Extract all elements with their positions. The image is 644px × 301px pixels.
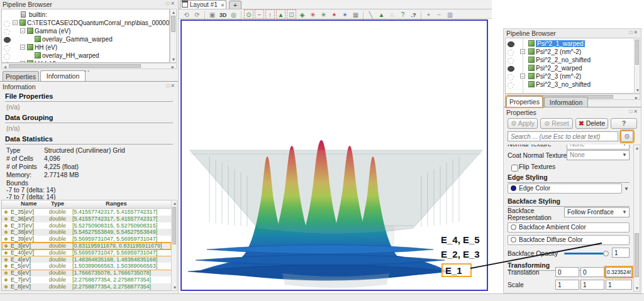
show-center-axes-icon[interactable]: ⊙ bbox=[244, 9, 253, 19]
tab-properties-right-highlighted[interactable]: Properties bbox=[506, 96, 543, 107]
scale-z-field[interactable] bbox=[606, 280, 632, 290]
visibility-eye-off-icon[interactable] bbox=[508, 58, 514, 64]
apply-button[interactable]: ⚙ Apply bbox=[508, 118, 538, 129]
close-dock-icon[interactable]: ✕ bbox=[633, 30, 639, 35]
tab-properties-left[interactable]: Properties bbox=[3, 71, 39, 82]
visibility-eye-on-icon[interactable] bbox=[4, 37, 11, 43]
backface-ambient-color-button[interactable]: Backface Ambient Color bbox=[508, 222, 630, 233]
select-points-query-icon[interactable]: .? bbox=[409, 11, 418, 20]
camera-redo-icon[interactable]: ⟳ bbox=[192, 10, 202, 19]
scroll-up-icon[interactable]: ▲ bbox=[172, 200, 178, 206]
reset-camera-icon[interactable]: ◈ bbox=[297, 10, 307, 19]
select-points-on-surface-icon[interactable]: ∴ bbox=[387, 10, 397, 19]
shrink-selection-icon[interactable]: − bbox=[435, 10, 444, 19]
visibility-eye-off-icon[interactable] bbox=[4, 21, 10, 27]
table-row[interactable]: E_9[eV]double[2.82770080152, 2.827700801… bbox=[2, 290, 171, 291]
flip-textures-checkbox[interactable] bbox=[511, 165, 518, 172]
visibility-eye-off-icon[interactable] bbox=[4, 29, 10, 35]
close-dock-icon[interactable]: ✕ bbox=[633, 109, 639, 114]
properties-vertical-scrollbar[interactable]: ▲ ▼ bbox=[633, 145, 640, 292]
scroll-right-icon[interactable]: ► bbox=[633, 95, 640, 101]
scrollbar-thumb[interactable] bbox=[635, 40, 639, 65]
slider-knob[interactable] bbox=[603, 251, 609, 256]
tree-vertical-scrollbar-right[interactable]: ▼ bbox=[634, 38, 640, 94]
table-vertical-scrollbar[interactable]: ▲ ▼ bbox=[171, 200, 177, 291]
table-row[interactable]: E_38[eV]double[5.54527553849, 5.54527553… bbox=[2, 229, 171, 236]
select-cells-query-icon[interactable]: ? bbox=[398, 10, 408, 19]
pipeline-item-psi22[interactable]: − Psi^2_2 (nm^-2) bbox=[506, 48, 635, 56]
search-options-gear-button-highlighted[interactable]: ⚙ bbox=[621, 131, 633, 142]
pipeline-item-gamma[interactable]: − Gamma (eV) bbox=[2, 27, 169, 35]
scroll-up-icon[interactable]: ▲ bbox=[170, 9, 177, 15]
tree-vertical-scrollbar[interactable]: ▲ ▼ bbox=[170, 9, 177, 63]
capture-screenshot-icon[interactable]: ▣ bbox=[208, 10, 217, 19]
pipeline-tree-right[interactable]: Psi^2_1_warped − Psi^2_2 (nm^-2) Psi^2_2… bbox=[505, 38, 635, 94]
new-layout-tab-button[interactable]: + bbox=[229, 1, 242, 9]
table-header[interactable]: Name Type Ranges bbox=[2, 200, 171, 209]
visibility-eye-off-icon[interactable] bbox=[508, 74, 514, 80]
pipeline-tree[interactable]: builtin: − C:\TESTCASE\2DQuantumCorral_n… bbox=[1, 9, 170, 63]
clear-selection-icon[interactable]: ▥ bbox=[445, 10, 455, 19]
pipeline-item-hh[interactable]: − HH (eV) bbox=[2, 43, 169, 52]
pipeline-item-psi23-no-shifted[interactable]: Psi^2_3_no_shifted bbox=[506, 80, 635, 89]
tab-information-right[interactable]: Information bbox=[544, 97, 588, 107]
scroll-down-icon[interactable]: ▼ bbox=[172, 285, 178, 290]
pipeline-item-builtin[interactable]: builtin: bbox=[2, 11, 169, 19]
pipeline-item-overlay-hh[interactable]: overlay_HH_warped bbox=[2, 52, 169, 60]
backface-opacity-field[interactable] bbox=[612, 248, 630, 258]
pipeline-item-overlay-gamma[interactable]: overlay_Gamma_warped bbox=[2, 35, 169, 43]
scale-y-field[interactable] bbox=[580, 280, 604, 290]
table-row[interactable]: E_35[eV]double[5.41557742317, 5.41557742… bbox=[2, 209, 171, 216]
scrollbar-thumb[interactable] bbox=[172, 207, 176, 244]
scroll-down-icon[interactable]: ▼ bbox=[170, 57, 177, 62]
visibility-eye-on-icon[interactable] bbox=[508, 41, 514, 47]
help-button[interactable]: ? bbox=[611, 118, 637, 129]
camera-undo-icon[interactable]: ⟲ bbox=[182, 10, 191, 19]
table-row[interactable]: E_8[eV]double[2.2758877354, 2.2758877354… bbox=[2, 283, 171, 290]
backface-representation-combo[interactable]: Follow Frontface▼ bbox=[564, 207, 630, 217]
scroll-right-icon[interactable]: ► bbox=[170, 64, 176, 70]
hide-center-axes-icon[interactable]: − bbox=[255, 9, 264, 19]
visibility-eye-off-icon[interactable] bbox=[508, 50, 514, 56]
tab-layout1[interactable]: Layout #1 ✕ bbox=[180, 0, 226, 9]
pipeline-item-psi22-no-shifted[interactable]: Psi^2_2_no_shifted bbox=[506, 56, 635, 64]
adjust-camera-icon[interactable]: ✶ bbox=[340, 10, 350, 19]
tab-information-left[interactable]: Information bbox=[40, 70, 86, 81]
render-viewport[interactable]: E_4, E_5 E_2, E_3 E_1 bbox=[180, 19, 488, 291]
backface-opacity-slider[interactable] bbox=[564, 253, 607, 254]
table-row[interactable]: E_4[eV]double[1.48384835168, 1.483848351… bbox=[2, 256, 171, 263]
table-row[interactable]: E_36[eV]double[5.41557742317, 5.41557742… bbox=[2, 216, 171, 222]
select-cells-on-surface-icon[interactable]: ▲ bbox=[377, 10, 386, 19]
expander-icon[interactable]: − bbox=[13, 20, 18, 25]
table-row[interactable]: E_5[eV]double[1.50389066563, 1.503890665… bbox=[2, 263, 171, 270]
close-dock-icon[interactable]: ✕ bbox=[170, 83, 176, 89]
coat-normal-texture-combo[interactable]: None▼ bbox=[567, 150, 630, 160]
scale-x-field[interactable] bbox=[555, 280, 579, 290]
translation-y-field[interactable] bbox=[580, 267, 604, 277]
pipeline-item-psi22-warped[interactable]: Psi^2_2_warped bbox=[506, 64, 635, 72]
pipeline-item-bandedges[interactable]: − C:\TESTCASE\2DQuantumCorral_nnp\bias_0… bbox=[2, 19, 169, 27]
rotate-clockwise-icon[interactable]: ✳ bbox=[308, 10, 318, 19]
close-tab-icon[interactable]: ✕ bbox=[221, 3, 225, 8]
reset-button[interactable]: ⊘ Reset bbox=[540, 118, 573, 129]
visibility-eye-off-icon[interactable] bbox=[4, 45, 10, 52]
close-dock-icon[interactable]: ✕ bbox=[170, 1, 176, 6]
table-row[interactable]: E_7[eV]double[2.2758877354, 2.2758877354… bbox=[2, 276, 171, 283]
data-arrays-table[interactable]: Name Type Ranges E_35[eV]double[5.415577… bbox=[1, 200, 172, 291]
translation-z-field-highlighted[interactable] bbox=[606, 267, 632, 277]
visibility-eye-off-icon[interactable] bbox=[508, 82, 514, 89]
translation-x-field[interactable] bbox=[555, 267, 579, 277]
backface-diffuse-color-button[interactable]: Backface Diffuse Color bbox=[508, 235, 630, 245]
scrollbar-thumb[interactable] bbox=[635, 233, 639, 277]
table-row[interactable]: E_40[eV]double[5.56959731047, 5.56959731… bbox=[2, 249, 171, 256]
normal-texture-combo[interactable]: None▼ bbox=[567, 145, 630, 150]
pipeline-item-psi23[interactable]: − Psi^2_3 (nm^-2) bbox=[506, 72, 635, 80]
rotate-counterclockwise-icon[interactable]: ✳ bbox=[319, 10, 328, 19]
scroll-left-icon[interactable]: ◄ bbox=[2, 64, 8, 70]
toggle-2d3d-button[interactable]: 3D bbox=[218, 11, 228, 20]
reset-camera-closest-icon[interactable]: ⊡ bbox=[287, 9, 296, 19]
visibility-eye-on-icon[interactable] bbox=[508, 66, 514, 72]
scrollbar-thumb[interactable] bbox=[171, 16, 175, 32]
scroll-down-icon[interactable]: ▼ bbox=[635, 87, 641, 93]
delete-button[interactable]: ✖ Delete bbox=[575, 118, 608, 129]
